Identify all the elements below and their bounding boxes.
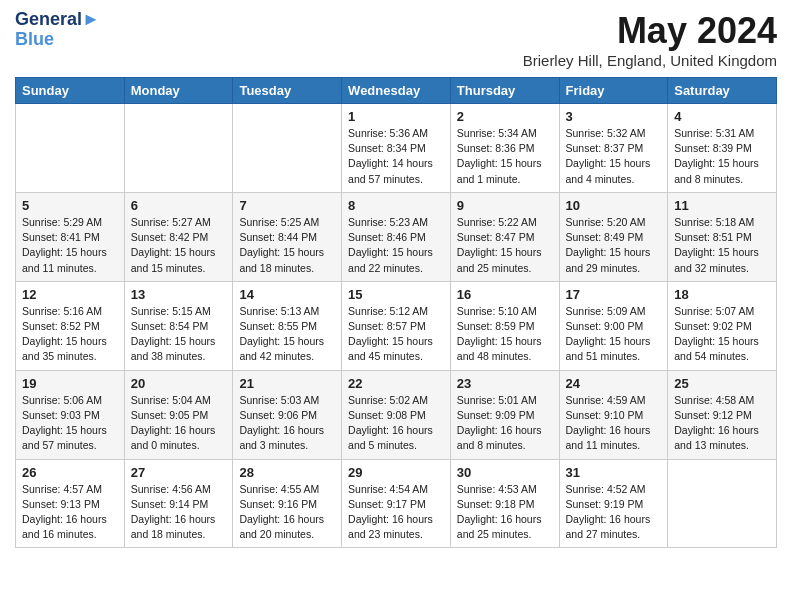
day-info: Sunrise: 5:25 AM Sunset: 8:44 PM Dayligh…: [239, 215, 335, 276]
calendar-day-cell: 13Sunrise: 5:15 AM Sunset: 8:54 PM Dayli…: [124, 281, 233, 370]
day-number: 23: [457, 376, 553, 391]
calendar-week-row: 12Sunrise: 5:16 AM Sunset: 8:52 PM Dayli…: [16, 281, 777, 370]
day-number: 5: [22, 198, 118, 213]
title-area: May 2024 Brierley Hill, England, United …: [523, 10, 777, 69]
day-number: 11: [674, 198, 770, 213]
calendar-day-cell: 23Sunrise: 5:01 AM Sunset: 9:09 PM Dayli…: [450, 370, 559, 459]
calendar-day-cell: 22Sunrise: 5:02 AM Sunset: 9:08 PM Dayli…: [342, 370, 451, 459]
day-info: Sunrise: 5:22 AM Sunset: 8:47 PM Dayligh…: [457, 215, 553, 276]
day-number: 16: [457, 287, 553, 302]
day-number: 2: [457, 109, 553, 124]
day-info: Sunrise: 5:29 AM Sunset: 8:41 PM Dayligh…: [22, 215, 118, 276]
day-number: 1: [348, 109, 444, 124]
day-number: 22: [348, 376, 444, 391]
day-info: Sunrise: 5:31 AM Sunset: 8:39 PM Dayligh…: [674, 126, 770, 187]
calendar-day-cell: 24Sunrise: 4:59 AM Sunset: 9:10 PM Dayli…: [559, 370, 668, 459]
day-number: 25: [674, 376, 770, 391]
calendar-header-cell: Sunday: [16, 78, 125, 104]
calendar-day-cell: 14Sunrise: 5:13 AM Sunset: 8:55 PM Dayli…: [233, 281, 342, 370]
calendar-day-cell: 31Sunrise: 4:52 AM Sunset: 9:19 PM Dayli…: [559, 459, 668, 548]
calendar-day-cell: 6Sunrise: 5:27 AM Sunset: 8:42 PM Daylig…: [124, 192, 233, 281]
calendar-header-row: SundayMondayTuesdayWednesdayThursdayFrid…: [16, 78, 777, 104]
day-info: Sunrise: 5:32 AM Sunset: 8:37 PM Dayligh…: [566, 126, 662, 187]
day-info: Sunrise: 5:03 AM Sunset: 9:06 PM Dayligh…: [239, 393, 335, 454]
day-number: 10: [566, 198, 662, 213]
day-info: Sunrise: 5:23 AM Sunset: 8:46 PM Dayligh…: [348, 215, 444, 276]
month-title: May 2024: [523, 10, 777, 52]
calendar-body: 1Sunrise: 5:36 AM Sunset: 8:34 PM Daylig…: [16, 104, 777, 548]
calendar-day-cell: 26Sunrise: 4:57 AM Sunset: 9:13 PM Dayli…: [16, 459, 125, 548]
calendar-day-cell: 21Sunrise: 5:03 AM Sunset: 9:06 PM Dayli…: [233, 370, 342, 459]
day-number: 9: [457, 198, 553, 213]
day-number: 6: [131, 198, 227, 213]
day-info: Sunrise: 5:27 AM Sunset: 8:42 PM Dayligh…: [131, 215, 227, 276]
day-info: Sunrise: 4:58 AM Sunset: 9:12 PM Dayligh…: [674, 393, 770, 454]
day-number: 21: [239, 376, 335, 391]
calendar-day-cell: [16, 104, 125, 193]
calendar-day-cell: 17Sunrise: 5:09 AM Sunset: 9:00 PM Dayli…: [559, 281, 668, 370]
calendar-day-cell: 1Sunrise: 5:36 AM Sunset: 8:34 PM Daylig…: [342, 104, 451, 193]
calendar-day-cell: 29Sunrise: 4:54 AM Sunset: 9:17 PM Dayli…: [342, 459, 451, 548]
calendar-day-cell: 8Sunrise: 5:23 AM Sunset: 8:46 PM Daylig…: [342, 192, 451, 281]
day-number: 12: [22, 287, 118, 302]
calendar-day-cell: 3Sunrise: 5:32 AM Sunset: 8:37 PM Daylig…: [559, 104, 668, 193]
day-info: Sunrise: 4:52 AM Sunset: 9:19 PM Dayligh…: [566, 482, 662, 543]
day-info: Sunrise: 5:20 AM Sunset: 8:49 PM Dayligh…: [566, 215, 662, 276]
day-info: Sunrise: 5:09 AM Sunset: 9:00 PM Dayligh…: [566, 304, 662, 365]
calendar-week-row: 26Sunrise: 4:57 AM Sunset: 9:13 PM Dayli…: [16, 459, 777, 548]
day-info: Sunrise: 5:13 AM Sunset: 8:55 PM Dayligh…: [239, 304, 335, 365]
calendar-day-cell: 5Sunrise: 5:29 AM Sunset: 8:41 PM Daylig…: [16, 192, 125, 281]
calendar-day-cell: 20Sunrise: 5:04 AM Sunset: 9:05 PM Dayli…: [124, 370, 233, 459]
day-info: Sunrise: 5:04 AM Sunset: 9:05 PM Dayligh…: [131, 393, 227, 454]
calendar-week-row: 5Sunrise: 5:29 AM Sunset: 8:41 PM Daylig…: [16, 192, 777, 281]
day-info: Sunrise: 4:54 AM Sunset: 9:17 PM Dayligh…: [348, 482, 444, 543]
calendar-header-cell: Monday: [124, 78, 233, 104]
calendar-day-cell: 18Sunrise: 5:07 AM Sunset: 9:02 PM Dayli…: [668, 281, 777, 370]
calendar-day-cell: 15Sunrise: 5:12 AM Sunset: 8:57 PM Dayli…: [342, 281, 451, 370]
calendar-day-cell: 30Sunrise: 4:53 AM Sunset: 9:18 PM Dayli…: [450, 459, 559, 548]
day-info: Sunrise: 4:53 AM Sunset: 9:18 PM Dayligh…: [457, 482, 553, 543]
calendar-day-cell: 12Sunrise: 5:16 AM Sunset: 8:52 PM Dayli…: [16, 281, 125, 370]
calendar-day-cell: [668, 459, 777, 548]
calendar-day-cell: [124, 104, 233, 193]
calendar-day-cell: 10Sunrise: 5:20 AM Sunset: 8:49 PM Dayli…: [559, 192, 668, 281]
calendar-header-cell: Tuesday: [233, 78, 342, 104]
calendar-day-cell: 27Sunrise: 4:56 AM Sunset: 9:14 PM Dayli…: [124, 459, 233, 548]
calendar-day-cell: [233, 104, 342, 193]
calendar-header-cell: Saturday: [668, 78, 777, 104]
day-number: 24: [566, 376, 662, 391]
day-number: 13: [131, 287, 227, 302]
day-info: Sunrise: 4:57 AM Sunset: 9:13 PM Dayligh…: [22, 482, 118, 543]
day-info: Sunrise: 5:36 AM Sunset: 8:34 PM Dayligh…: [348, 126, 444, 187]
day-info: Sunrise: 5:02 AM Sunset: 9:08 PM Dayligh…: [348, 393, 444, 454]
day-info: Sunrise: 5:01 AM Sunset: 9:09 PM Dayligh…: [457, 393, 553, 454]
day-number: 26: [22, 465, 118, 480]
day-info: Sunrise: 5:10 AM Sunset: 8:59 PM Dayligh…: [457, 304, 553, 365]
calendar-day-cell: 11Sunrise: 5:18 AM Sunset: 8:51 PM Dayli…: [668, 192, 777, 281]
day-number: 3: [566, 109, 662, 124]
page-header: General►Blue May 2024 Brierley Hill, Eng…: [15, 10, 777, 69]
day-number: 18: [674, 287, 770, 302]
day-info: Sunrise: 5:07 AM Sunset: 9:02 PM Dayligh…: [674, 304, 770, 365]
calendar-day-cell: 4Sunrise: 5:31 AM Sunset: 8:39 PM Daylig…: [668, 104, 777, 193]
day-number: 19: [22, 376, 118, 391]
day-info: Sunrise: 5:15 AM Sunset: 8:54 PM Dayligh…: [131, 304, 227, 365]
day-info: Sunrise: 4:55 AM Sunset: 9:16 PM Dayligh…: [239, 482, 335, 543]
calendar-header-cell: Wednesday: [342, 78, 451, 104]
calendar-header-cell: Friday: [559, 78, 668, 104]
day-info: Sunrise: 5:18 AM Sunset: 8:51 PM Dayligh…: [674, 215, 770, 276]
calendar-day-cell: 28Sunrise: 4:55 AM Sunset: 9:16 PM Dayli…: [233, 459, 342, 548]
calendar-table: SundayMondayTuesdayWednesdayThursdayFrid…: [15, 77, 777, 548]
calendar-day-cell: 19Sunrise: 5:06 AM Sunset: 9:03 PM Dayli…: [16, 370, 125, 459]
logo-text: General►Blue: [15, 10, 100, 50]
day-number: 30: [457, 465, 553, 480]
day-info: Sunrise: 4:56 AM Sunset: 9:14 PM Dayligh…: [131, 482, 227, 543]
calendar-day-cell: 7Sunrise: 5:25 AM Sunset: 8:44 PM Daylig…: [233, 192, 342, 281]
day-number: 31: [566, 465, 662, 480]
day-number: 7: [239, 198, 335, 213]
calendar-day-cell: 25Sunrise: 4:58 AM Sunset: 9:12 PM Dayli…: [668, 370, 777, 459]
calendar-week-row: 1Sunrise: 5:36 AM Sunset: 8:34 PM Daylig…: [16, 104, 777, 193]
day-number: 29: [348, 465, 444, 480]
calendar-week-row: 19Sunrise: 5:06 AM Sunset: 9:03 PM Dayli…: [16, 370, 777, 459]
day-number: 14: [239, 287, 335, 302]
